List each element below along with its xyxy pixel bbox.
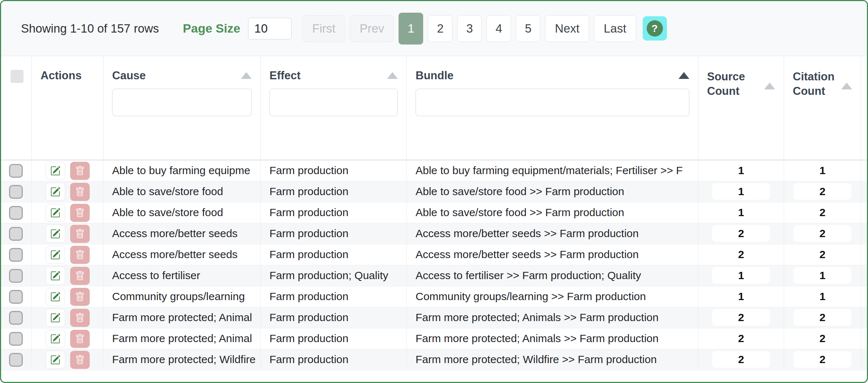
- column-header-actions: Actions: [32, 56, 103, 160]
- edit-button[interactable]: [46, 330, 65, 348]
- actions-cell: [32, 160, 103, 181]
- last-page-button[interactable]: Last: [594, 15, 636, 42]
- delete-button[interactable]: [70, 162, 90, 180]
- delete-button[interactable]: [70, 246, 90, 264]
- row-filler-cell: [861, 286, 868, 307]
- bundle-cell: Access to fertiliser >> Farm production;…: [407, 265, 698, 286]
- citation-count-cell: 1: [784, 265, 861, 286]
- bundle-sort-control[interactable]: Bundle: [416, 68, 689, 83]
- row-checkbox[interactable]: [9, 269, 23, 283]
- edit-button[interactable]: [46, 351, 65, 369]
- effect-filter-input[interactable]: [269, 89, 398, 116]
- column-header-bundle: Bundle: [407, 56, 698, 160]
- cause-sort-control[interactable]: Cause: [112, 68, 252, 83]
- page-size-label: Page Size: [183, 21, 241, 35]
- row-checkbox[interactable]: [9, 248, 23, 262]
- row-filler-cell: [861, 328, 868, 349]
- help-button[interactable]: ?: [643, 16, 667, 41]
- table-row: Farm more protected; Animal Farm product…: [1, 307, 867, 328]
- bundles-table-page: Showing 1-10 of 157 rows Page Size First…: [0, 0, 868, 383]
- effect-cell: Farm production: [261, 286, 407, 307]
- edit-button[interactable]: [46, 225, 65, 243]
- edit-button[interactable]: [46, 309, 65, 327]
- page-button-5[interactable]: 5: [516, 15, 540, 42]
- actions-cell: [32, 307, 103, 328]
- column-header-citation-count: Citation Count: [784, 56, 861, 160]
- table-row: Community groups/learning Farm productio…: [1, 286, 867, 307]
- source-count-cell: 1: [698, 181, 784, 202]
- source-count-value: 2: [712, 351, 770, 368]
- checkbox-cell: [1, 160, 32, 181]
- actions-cell: [32, 181, 103, 202]
- edit-button[interactable]: [46, 204, 65, 222]
- sort-asc-icon: [764, 83, 775, 89]
- citation-count-sort-control[interactable]: Citation Count: [793, 68, 852, 100]
- bundle-filter-input[interactable]: [416, 89, 689, 116]
- cause-cell: Able to save/store food: [103, 181, 261, 202]
- delete-button[interactable]: [70, 351, 90, 369]
- bundle-cell: Community groups/learning >> Farm produc…: [407, 286, 698, 307]
- page-button-2[interactable]: 2: [428, 15, 452, 42]
- delete-button[interactable]: [70, 225, 90, 243]
- row-checkbox[interactable]: [9, 332, 23, 346]
- delete-button[interactable]: [70, 309, 90, 327]
- delete-button[interactable]: [70, 288, 90, 306]
- checkbox-cell: [1, 244, 32, 265]
- column-header-cause: Cause: [103, 56, 261, 160]
- row-checkbox[interactable]: [9, 164, 23, 178]
- row-checkbox[interactable]: [9, 290, 23, 304]
- table-header-row: Actions Cause Effect Bundle Sou: [1, 56, 867, 160]
- row-checkbox[interactable]: [9, 185, 23, 199]
- page-size-input[interactable]: [248, 18, 292, 39]
- row-filler-cell: [861, 265, 868, 286]
- source-count-cell: 1: [698, 265, 784, 286]
- next-page-button[interactable]: Next: [545, 15, 589, 42]
- citation-count-value: 2: [793, 183, 851, 200]
- cause-cell: Farm more protected; Animal: [103, 307, 261, 328]
- citation-count-value: 2: [793, 246, 851, 263]
- cause-filter-input[interactable]: [112, 89, 252, 116]
- row-filler-cell: [861, 244, 868, 265]
- prev-page-button[interactable]: Prev: [350, 15, 394, 42]
- source-count-value: 1: [712, 183, 770, 200]
- edit-button[interactable]: [46, 162, 65, 180]
- row-checkbox[interactable]: [9, 353, 23, 367]
- citation-count-value: 2: [793, 330, 851, 347]
- bundle-cell: Able to buy farming equipment/materials;…: [407, 160, 698, 181]
- sort-asc-icon-active: [678, 72, 689, 79]
- effect-sort-control[interactable]: Effect: [269, 68, 398, 83]
- effect-cell: Farm production: [261, 223, 407, 244]
- delete-button[interactable]: [70, 183, 90, 201]
- row-filler-cell: [861, 202, 868, 223]
- edit-button[interactable]: [46, 246, 65, 264]
- citation-count-value: 1: [793, 162, 851, 179]
- sort-asc-icon: [841, 83, 852, 89]
- edit-button[interactable]: [46, 183, 65, 201]
- row-filler-cell: [861, 307, 868, 328]
- row-checkbox[interactable]: [9, 311, 23, 325]
- first-page-button[interactable]: First: [302, 15, 345, 42]
- page-button-1[interactable]: 1: [399, 13, 423, 45]
- page-button-4[interactable]: 4: [486, 15, 511, 42]
- row-checkbox[interactable]: [9, 227, 23, 241]
- delete-button[interactable]: [70, 330, 90, 348]
- source-count-sort-control[interactable]: Source Count: [707, 68, 775, 100]
- trash-icon: [75, 208, 85, 218]
- cause-cell: Access to fertiliser: [103, 265, 261, 286]
- delete-button[interactable]: [70, 204, 90, 222]
- page-button-3[interactable]: 3: [457, 15, 482, 42]
- select-all-checkbox[interactable]: [10, 70, 24, 83]
- actions-cell: [32, 349, 103, 370]
- row-checkbox[interactable]: [9, 206, 23, 220]
- checkbox-cell: [1, 307, 32, 328]
- header-filler-cell: [861, 56, 868, 160]
- effect-cell: Farm production: [261, 202, 407, 223]
- trash-icon: [75, 271, 85, 281]
- source-count-value: 2: [712, 309, 770, 326]
- edit-button[interactable]: [46, 288, 65, 306]
- pencil-square-icon: [50, 166, 60, 176]
- trash-icon: [75, 250, 85, 260]
- delete-button[interactable]: [70, 267, 90, 285]
- citation-count-cell: 2: [784, 223, 861, 244]
- edit-button[interactable]: [46, 267, 65, 285]
